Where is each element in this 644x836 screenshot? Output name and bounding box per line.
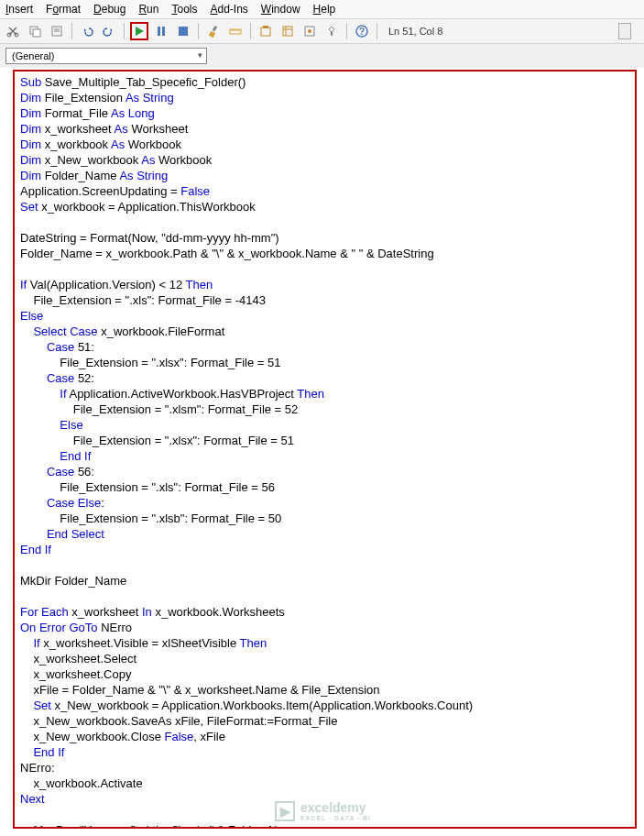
object-browser-icon[interactable] [300,22,319,40]
toolbox-icon[interactable] [322,22,341,40]
cut-icon[interactable] [4,22,22,40]
menu-addins[interactable]: Add-Ins [210,3,247,16]
svg-rect-5 [158,27,160,36]
code-editor[interactable]: Sub Save_Multiple_Tab_Specefic_Folder() … [13,70,637,829]
ruler-icon[interactable] [226,22,245,40]
watermark-brand: exceldemy [300,800,371,815]
redo-icon[interactable] [100,22,118,40]
stop-icon[interactable] [174,22,192,40]
watermark-logo-icon: ▶ [275,801,295,821]
svg-text:?: ? [359,27,365,37]
menu-tools[interactable]: Tools [171,3,197,16]
watermark-tag: EXCEL · DATA · BI [300,815,371,821]
pause-icon[interactable] [152,22,170,40]
svg-rect-7 [179,27,188,36]
menu-bar: Insert Format Debug Run Tools Add-Ins Wi… [0,0,644,19]
copy-icon[interactable] [26,22,44,40]
undo-icon[interactable] [78,22,96,40]
toolbar-overflow[interactable] [618,23,631,39]
menu-run[interactable]: Run [138,3,158,16]
menu-window[interactable]: Window [261,3,300,16]
svg-rect-12 [283,27,292,36]
menu-insert[interactable]: Insert [5,3,33,16]
svg-point-14 [308,29,311,33]
properties-icon[interactable] [278,22,297,40]
object-dropdown-row: (General) [0,44,644,68]
menu-help[interactable]: Help [313,3,336,16]
watermark: ▶ exceldemy EXCEL · DATA · BI [275,800,371,821]
svg-rect-10 [261,28,270,36]
menu-format[interactable]: Format [46,3,81,16]
run-button[interactable] [130,22,148,40]
cursor-position: Ln 51, Col 8 [388,26,442,37]
svg-rect-8 [213,26,218,32]
svg-rect-6 [162,27,165,36]
find-icon[interactable] [48,22,66,40]
svg-rect-3 [33,29,40,37]
svg-rect-11 [263,26,268,28]
project-icon[interactable] [257,22,275,40]
help-icon[interactable]: ? [353,22,371,40]
code-content[interactable]: Sub Save_Multiple_Tab_Specefic_Folder() … [15,72,635,829]
design-mode-icon[interactable] [204,22,223,40]
object-dropdown[interactable]: (General) [5,48,207,64]
toolbar: ? Ln 51, Col 8 [0,19,644,44]
menu-debug[interactable]: Debug [93,3,126,16]
